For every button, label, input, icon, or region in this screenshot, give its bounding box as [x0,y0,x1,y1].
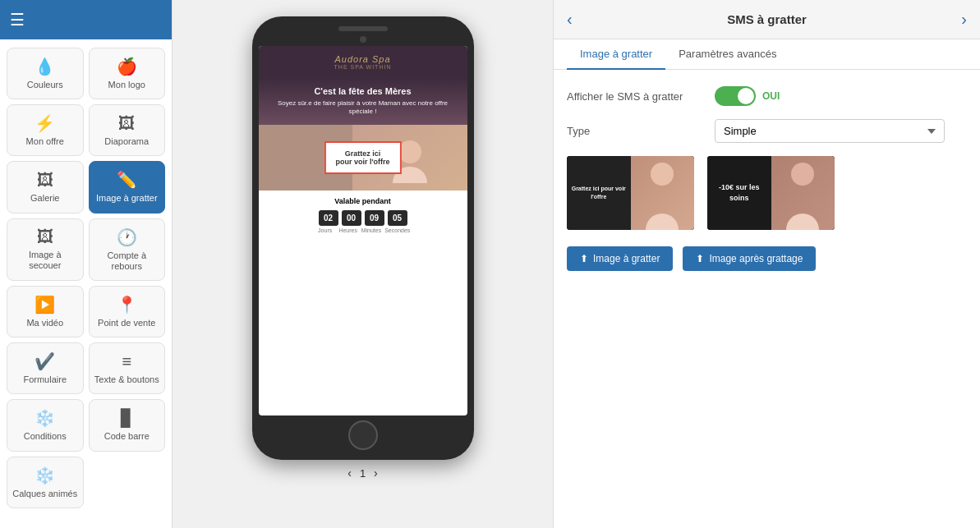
ma-video-label: Ma vidéo [26,318,63,328]
panel-header: ‹ SMS à gratter › [554,0,980,39]
sidebar-item-formulaire[interactable]: ✔️Formulaire [7,342,84,394]
scratch-box: Grattez ici pour voir l'offre [324,141,401,174]
mon-logo-icon: 🍎 [117,57,137,76]
image-options: Grattez ici pour voir l'offre -10€ sur l… [567,156,967,230]
phone-speaker [338,26,388,31]
diaporama-icon: 🖼 [118,114,135,133]
main-content: Audora Spa THE SPA WITHIN C'est la fête … [173,0,553,528]
conditions-label: Conditions [24,431,67,442]
countdown-label-minutes: Minutes [361,227,382,233]
texte-boutons-icon: ≡ [122,352,131,371]
brand-tagline: THE SPA WITHIN [267,64,459,70]
panel-title: SMS à gratter [727,12,807,26]
panel-prev-btn[interactable]: ‹ [567,10,573,29]
thumb1-text: Grattez ici pour voir l'offre [570,185,628,201]
sidebar-item-compte-a-rebours[interactable]: 🕐Compte à rebours [89,218,166,281]
phone-wrapper: Audora Spa THE SPA WITHIN C'est la fête … [252,16,474,460]
sidebar-item-mon-offre[interactable]: ⚡Mon offre [7,104,84,156]
code-barre-icon: ▊ [121,408,133,428]
hero-text: Soyez sûr.e de faire plaisir à votre Mam… [267,99,459,117]
image-a-secouer-icon: 🖼 [37,227,53,246]
sidebar-item-galerie[interactable]: 🖼Galerie [7,161,84,213]
image-a-secouer-label: Image à secouer [12,250,79,271]
phone-home-button[interactable] [348,420,378,450]
panel-next-btn[interactable]: › [961,10,967,29]
screen-hero: C'est la fête des Mères Soyez sûr.e de f… [259,78,467,125]
sidebar-item-image-a-secouer[interactable]: 🖼Image à secouer [7,218,84,281]
couleurs-icon: 💧 [35,57,55,76]
mon-offre-label: Mon offre [26,136,64,147]
tab-parametres-avances[interactable]: Paramètres avancés [665,39,789,70]
sidebar-item-diaporama[interactable]: 🖼Diaporama [89,104,166,156]
countdown-jours: 02 [319,210,338,226]
diaporama-label: Diaporama [104,136,149,147]
compte-a-rebours-label: Compte à rebours [94,250,161,272]
formulaire-label: Formulaire [23,374,67,385]
right-panel: ‹ SMS à gratter › Image à gratterParamèt… [553,0,980,528]
calques-animes-icon: ❄️ [35,466,55,485]
footer-title: Valable pendant [265,197,461,205]
point-de-vente-icon: 📍 [117,295,137,315]
afficher-toggle[interactable] [715,86,756,106]
texte-boutons-label: Texte & boutons [94,374,159,385]
countdown-label-jours: Jours [315,227,335,233]
sidebar-item-ma-video[interactable]: ▶️Ma vidéo [7,286,84,337]
panel-body: Afficher le SMS à gratter OUI Type Simpl… [554,70,980,528]
sidebar-item-texte-boutons[interactable]: ≡Texte & boutons [89,342,166,394]
hero-title: C'est la fête des Mères [267,86,459,96]
ma-video-icon: ▶️ [35,295,55,315]
screen-image-area: Grattez ici pour voir l'offre [259,125,467,191]
galerie-label: Galerie [30,193,59,204]
sidebar-item-calques-animes[interactable]: ❄️Calques animés [7,457,84,508]
image-a-gratter-label: Image à gratter [96,193,158,204]
phone-screen: Audora Spa THE SPA WITHIN C'est la fête … [259,46,467,416]
page-nav: ‹ 1 › [347,466,378,480]
sidebar: ☰ 💧Couleurs🍎Mon logo⚡Mon offre🖼Diaporama… [0,0,173,528]
sidebar-item-point-de-vente[interactable]: 📍Point de vente [89,286,166,337]
type-select[interactable]: SimpleAvancé [715,119,945,143]
tab-image-a-gratter[interactable]: Image à gratter [567,39,665,70]
thumb-before: Grattez ici pour voir l'offre [567,156,694,230]
screen-brand-header: Audora Spa THE SPA WITHIN [259,46,467,78]
image-a-gratter-icon: ✏️ [117,170,137,190]
brand-logo: Audora Spa [267,54,459,64]
sidebar-item-code-barre[interactable]: ▊Code barre [89,399,166,451]
mon-offre-icon: ⚡ [35,113,55,133]
sidebar-item-conditions[interactable]: ❄️Conditions [7,399,84,451]
phone-frame: Audora Spa THE SPA WITHIN C'est la fête … [252,16,474,460]
sidebar-item-mon-logo[interactable]: 🍎Mon logo [89,48,166,99]
countdown-label-heures: Heures [338,227,358,233]
btn-image-gratter[interactable]: ⬆ Image à gratter [567,246,673,271]
panel-tabs: Image à gratterParamètres avancés [554,39,980,70]
code-barre-label: Code barre [104,431,150,442]
action-buttons: ⬆ Image à gratter ⬆ Image après grattage [567,246,967,271]
countdown-minutes: 09 [365,210,384,226]
toggle-label: OUI [762,90,780,102]
sidebar-item-couleurs[interactable]: 💧Couleurs [7,48,84,99]
hamburger-icon[interactable]: ☰ [10,10,25,30]
formulaire-icon: ✔️ [35,351,55,371]
prev-page-btn[interactable]: ‹ [347,466,352,480]
scratch-line2: pour voir l'offre [335,158,389,166]
phone-camera [360,36,366,43]
screen-footer: Valable pendant 02000905 JoursHeuresMinu… [259,191,467,240]
conditions-icon: ❄️ [35,408,55,428]
toggle-container: OUI [715,86,780,106]
upload-icon-gratter: ⬆ [580,253,588,264]
couleurs-label: Couleurs [27,80,63,90]
thumb-after: -10€ sur les soins [707,156,835,230]
scratch-line1: Grattez ici [335,149,389,158]
sidebar-item-image-a-gratter[interactable]: ✏️Image à gratter [89,161,166,213]
btn-image-apres[interactable]: ⬆ Image après grattage [683,246,816,271]
countdown-labels: JoursHeuresMinutesSecondes [265,227,461,233]
next-page-btn[interactable]: › [374,466,378,480]
type-row: Type SimpleAvancé [567,119,967,143]
countdown-secondes: 05 [388,210,407,226]
compte-a-rebours-icon: 🕐 [117,227,137,247]
sidebar-header: ☰ [0,0,172,39]
mon-logo-label: Mon logo [108,80,145,90]
page-number: 1 [360,467,366,480]
thumb2-text: -10€ sur les soins [711,182,768,203]
afficher-row: Afficher le SMS à gratter OUI [567,86,967,106]
type-label: Type [567,125,715,137]
